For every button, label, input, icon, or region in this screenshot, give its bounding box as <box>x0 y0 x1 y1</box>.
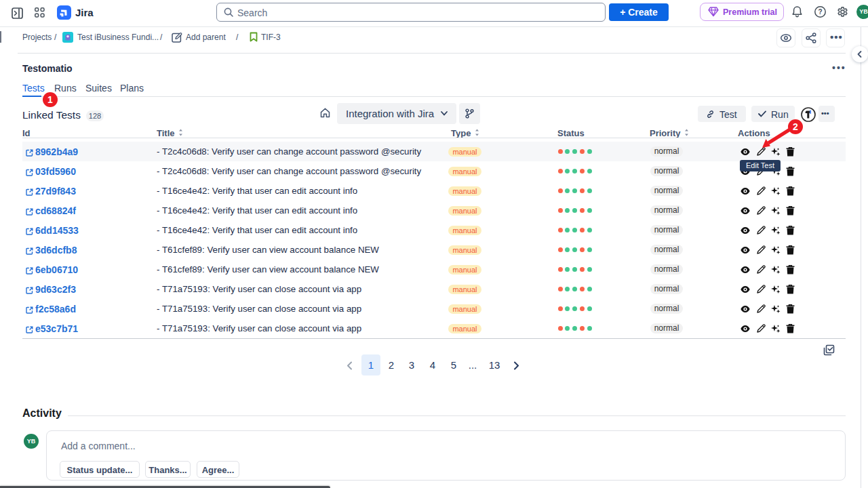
svg-text:?: ? <box>818 8 822 16</box>
